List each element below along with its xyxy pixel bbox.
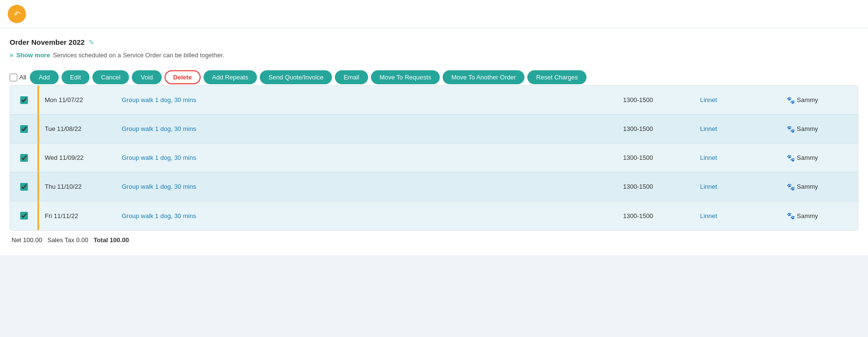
row-service-link[interactable]: Group walk 1 dog, 30 mins [116,212,617,220]
select-all-checkbox[interactable] [10,74,17,81]
pet-name: Sammy [797,125,818,132]
row-date: Mon 11/07/22 [39,96,116,104]
paw-icon: 🐾 [787,183,795,191]
table-row: Tue 11/08/22 Group walk 1 dog, 30 mins 1… [10,115,858,143]
reset-charges-button[interactable]: Reset Charges [527,70,587,84]
row-checkbox-col [10,172,39,201]
paw-icon: 🐾 [787,125,795,133]
row-checkbox-col [10,143,39,172]
all-label[interactable]: All [19,74,26,81]
row-checkbox-col [10,201,39,230]
pet-name: Sammy [797,96,818,104]
table-row: Thu 11/10/22 Group walk 1 dog, 30 mins 1… [10,172,858,201]
checkbox-all-container: All [10,74,26,81]
row-date: Fri 11/11/22 [39,212,116,220]
show-more-row: » Show more Services scheduled on a Serv… [10,51,858,59]
row-staff-link[interactable]: Linnet [694,183,781,190]
tax-value: 0.00 [76,236,88,244]
row-staff-link[interactable]: Linnet [694,212,781,220]
top-bar: ↶ [0,0,868,28]
pet-name: Sammy [797,183,818,190]
move-to-another-order-button[interactable]: Move To Another Order [443,70,524,84]
add-repeats-button[interactable]: Add Repeats [204,70,257,84]
main-content: Order November 2022 ✎ » Show more Servic… [0,28,868,255]
delete-button[interactable]: Delete [165,70,201,84]
row-date: Wed 11/09/22 [39,154,116,161]
row-time: 1300-1500 [617,212,694,220]
row-service-link[interactable]: Group walk 1 dog, 30 mins [116,183,617,190]
send-quote-button[interactable]: Send Quote/Invoice [260,70,332,84]
page-title: Order November 2022 [10,38,85,46]
paw-icon: 🐾 [787,96,795,104]
row-pet: 🐾 Sammy [781,183,858,191]
row-checkbox[interactable] [20,125,28,133]
back-icon: ↶ [14,10,20,19]
row-time: 1300-1500 [617,125,694,132]
row-time: 1300-1500 [617,154,694,161]
row-date: Tue 11/08/22 [39,125,116,132]
row-service-link[interactable]: Group walk 1 dog, 30 mins [116,125,617,132]
row-checkbox[interactable] [20,183,28,191]
row-pet: 🐾 Sammy [781,154,858,162]
paw-icon: 🐾 [787,212,795,220]
row-checkbox[interactable] [20,96,28,104]
pet-name: Sammy [797,154,818,161]
row-staff-link[interactable]: Linnet [694,96,781,104]
show-more-link[interactable]: Show more [16,52,50,59]
row-date: Thu 11/10/22 [39,183,116,190]
toolbar: All Add Edit Cancel Void Delete Add Repe… [10,65,858,84]
move-to-requests-button[interactable]: Move To Requests [371,70,440,84]
add-button[interactable]: Add [30,70,58,84]
row-pet: 🐾 Sammy [781,212,858,220]
chevron-double-icon: » [10,51,13,59]
service-table: Mon 11/07/22 Group walk 1 dog, 30 mins 1… [10,85,858,231]
row-checkbox[interactable] [20,154,28,162]
table-row: Mon 11/07/22 Group walk 1 dog, 30 mins 1… [10,86,858,115]
email-button[interactable]: Email [335,70,368,84]
row-pet: 🐾 Sammy [781,125,858,133]
row-time: 1300-1500 [617,183,694,190]
row-checkbox-col [10,115,39,143]
row-staff-link[interactable]: Linnet [694,125,781,132]
footer-summary: Net 100.00 Sales Tax 0.00 Total 100.00 [10,231,858,246]
page-title-row: Order November 2022 ✎ [10,34,858,51]
row-checkbox-col [10,86,39,114]
edit-icon[interactable]: ✎ [89,39,94,46]
table-row: Wed 11/09/22 Group walk 1 dog, 30 mins 1… [10,143,858,172]
pet-name: Sammy [797,212,818,220]
tax-label: Sales Tax [47,236,74,244]
net-label: Net [12,236,21,244]
row-staff-link[interactable]: Linnet [694,154,781,161]
paw-icon: 🐾 [787,154,795,162]
info-description: Services scheduled on a Service Order ca… [53,52,224,59]
row-time: 1300-1500 [617,96,694,104]
table-row: Fri 11/11/22 Group walk 1 dog, 30 mins 1… [10,201,858,230]
net-value: 100.00 [23,236,42,244]
row-checkbox[interactable] [20,212,28,220]
edit-button[interactable]: Edit [62,70,89,84]
row-service-link[interactable]: Group walk 1 dog, 30 mins [116,96,617,104]
void-button[interactable]: Void [132,70,161,84]
total-value: 100.00 [110,236,129,244]
total-label: Total [93,236,108,244]
back-button[interactable]: ↶ [8,5,26,23]
row-pet: 🐾 Sammy [781,96,858,104]
row-service-link[interactable]: Group walk 1 dog, 30 mins [116,154,617,161]
cancel-button[interactable]: Cancel [92,70,129,84]
